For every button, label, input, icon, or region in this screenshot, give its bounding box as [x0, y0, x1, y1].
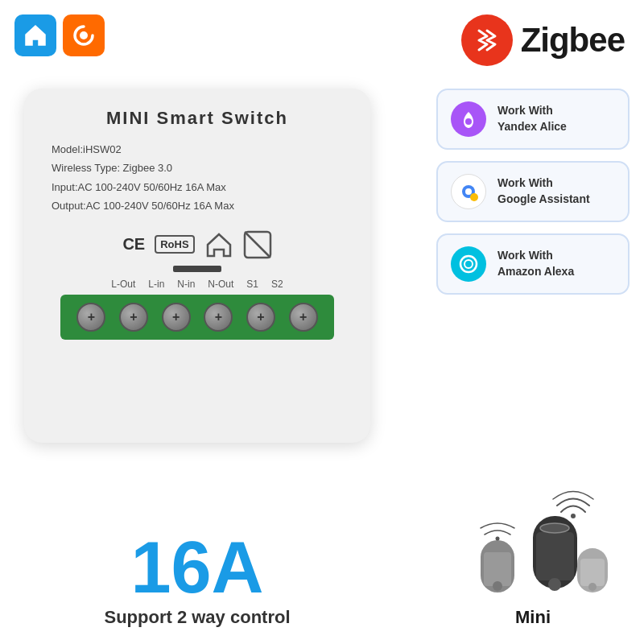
google-icon — [451, 174, 486, 209]
ce-mark: CE — [122, 235, 145, 254]
yandex-card: Work With Yandex Alice — [436, 89, 630, 150]
device-specs: Model:iHSW02 Wireless Type: Zigbee 3.0 I… — [43, 140, 234, 216]
black-bar — [173, 266, 221, 272]
svg-point-0 — [80, 31, 88, 39]
svg-point-17 — [493, 581, 502, 591]
screw-1 — [76, 303, 105, 332]
yandex-icon — [451, 101, 486, 137]
svg-rect-11 — [536, 532, 574, 580]
device-card: MINI Smart Switch Model:iHSW02 Wireless … — [24, 89, 370, 443]
screw-2 — [119, 303, 148, 332]
svg-point-6 — [470, 193, 478, 201]
svg-point-3 — [465, 118, 472, 125]
compatibility-cards: Work With Yandex Alice Work With Google … — [436, 89, 630, 295]
screw-6 — [289, 303, 318, 332]
input-line: Input:AC 100-240V 50/60Hz 16A Max — [52, 178, 234, 196]
svg-point-5 — [465, 188, 472, 195]
model-line: Model:iHSW02 — [52, 140, 234, 159]
mini-label: Mini — [436, 607, 630, 628]
svg-point-12 — [548, 578, 561, 591]
zigbee-circle-icon — [461, 14, 513, 66]
tuya-icon — [63, 14, 105, 56]
svg-line-2 — [245, 232, 270, 258]
bottom-section: 16A Support 2 way control — [24, 531, 370, 628]
alexa-card: Work With Amazon Alexa — [436, 233, 630, 295]
device-title: MINI Smart Switch — [106, 108, 288, 129]
screw-5 — [246, 303, 275, 332]
svg-point-18 — [496, 537, 500, 541]
svg-point-7 — [460, 256, 477, 272]
wireless-line: Wireless Type: Zigbee 3.0 — [52, 159, 234, 177]
screw-3 — [162, 303, 191, 332]
smart-home-icon — [14, 14, 56, 56]
alexa-text: Work With Amazon Alexa — [497, 248, 574, 279]
svg-point-8 — [464, 260, 473, 268]
svg-rect-20 — [580, 559, 605, 586]
alexa-icon — [451, 246, 486, 282]
zigbee-logo: Zigbee — [461, 14, 625, 66]
svg-point-9 — [571, 514, 576, 518]
devices-illustration — [436, 488, 613, 601]
connector-bar — [60, 295, 334, 340]
svg-point-21 — [588, 583, 597, 591]
svg-rect-16 — [484, 552, 511, 586]
yandex-text: Work With Yandex Alice — [497, 103, 567, 134]
mini-devices-section: Mini — [436, 488, 630, 628]
google-card: Work With Google Assistant — [436, 161, 630, 222]
terminals-label: L-Out L-in N-in N-Out S1 S2 — [111, 279, 283, 290]
zigbee-text: Zigbee — [521, 21, 625, 60]
google-text: Work With Google Assistant — [497, 175, 590, 207]
screw-4 — [204, 303, 233, 332]
certifications: CE RoHS — [122, 230, 271, 259]
top-icons — [14, 14, 105, 56]
crossed-icon — [243, 230, 272, 259]
home-cert-icon — [204, 230, 233, 259]
amp-rating: 16A — [24, 531, 370, 604]
rohs-mark: RoHS — [155, 235, 194, 254]
support-text: Support 2 way control — [24, 607, 370, 628]
output-line: Output:AC 100-240V 50/60Hz 16A Max — [52, 196, 234, 215]
